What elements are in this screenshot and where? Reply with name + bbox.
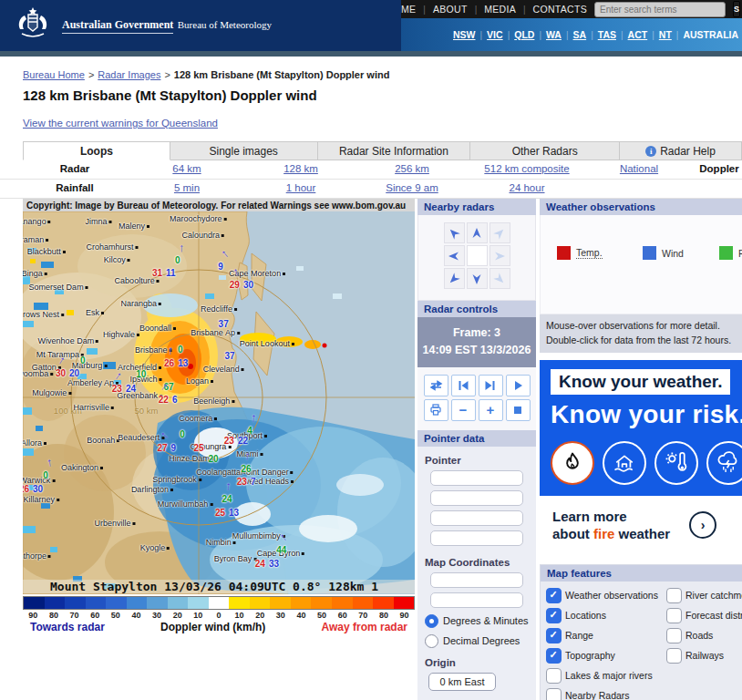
feature-checkbox-river-catchments[interactable]: River catchments xyxy=(666,588,742,603)
utility-link-contacts[interactable]: CONTACTS xyxy=(533,4,587,15)
checkbox-icon xyxy=(666,648,682,664)
rainfall-link-24-hour[interactable]: 24 hour xyxy=(509,182,544,193)
search-button[interactable]: S xyxy=(733,1,740,17)
place-label: Maroochydore xyxy=(170,214,227,223)
pointer-value-field[interactable] xyxy=(430,530,523,546)
legend-away-label: Away from radar xyxy=(322,621,407,633)
stop-button[interactable] xyxy=(506,399,531,421)
warnings-link[interactable]: View the current warnings for Queensland xyxy=(23,118,218,129)
radio-option-decimal-degrees[interactable]: Decimal Degrees xyxy=(425,634,529,648)
state-link-wa[interactable]: WA xyxy=(546,29,562,40)
pointer-value-field[interactable] xyxy=(430,510,523,526)
zoom-in-button[interactable]: + xyxy=(479,399,503,421)
utility-link-media[interactable]: MEDIA xyxy=(484,4,516,15)
rainfall-links-row: Rainfall5 min1 hourSince 9 am24 hour xyxy=(0,180,742,199)
coordinate-value-field[interactable] xyxy=(430,572,523,588)
tab-loops[interactable]: Loops xyxy=(23,141,170,160)
state-link-sa[interactable]: SA xyxy=(573,29,587,40)
step-forward-button[interactable] xyxy=(479,375,503,396)
state-separator: | xyxy=(539,30,541,40)
legend-color-cell xyxy=(147,597,168,609)
place-label: Harrisville xyxy=(74,403,115,412)
radar-link-256-km[interactable]: 256 km xyxy=(395,163,429,174)
feature-checkbox-locations[interactable]: Locations xyxy=(546,608,666,623)
coordinate-value-field[interactable] xyxy=(430,592,523,608)
breadcrumb-link-radar-images[interactable]: Radar Images xyxy=(98,69,160,80)
play-button[interactable] xyxy=(506,375,531,396)
tab-single-images[interactable]: Single images xyxy=(170,141,318,160)
state-link-australia[interactable]: AUSTRALIA xyxy=(683,29,738,40)
rainfall-link-since-9-am[interactable]: Since 9 am xyxy=(386,182,438,193)
nearby-radar-sw-button[interactable] xyxy=(444,268,465,289)
nearby-radar-ne-button xyxy=(490,222,510,243)
feature-checkbox-lakes-major-rivers[interactable]: Lakes & major rivers xyxy=(546,668,666,684)
place-label: Killarney xyxy=(23,495,59,504)
banner-cta: Learn more about fire weather › xyxy=(540,496,742,555)
step-back-button[interactable] xyxy=(451,375,476,396)
state-link-qld[interactable]: QLD xyxy=(514,29,534,40)
breadcrumb-link-home[interactable]: Bureau Home xyxy=(23,69,85,80)
wind-value: 7 xyxy=(251,477,256,487)
map-features-right-column: River catchmentsForecast districtsRoadsR… xyxy=(666,588,742,700)
rain-value: 10 xyxy=(136,369,146,379)
legend-color-cell xyxy=(168,597,189,609)
radar-link-national[interactable]: National xyxy=(620,163,658,174)
feature-checkbox-topography[interactable]: Topography xyxy=(546,648,666,664)
weather-observations-header: Weather observations xyxy=(540,199,742,215)
nearby-radar-s-button[interactable] xyxy=(467,268,488,289)
feature-checkbox-nearby-radars[interactable]: Nearby Radars xyxy=(546,688,666,700)
radar-map-image[interactable]: 100 km50 km NanangoJimnaMalenyMaroochydo… xyxy=(23,211,415,594)
nearby-radar-w-button[interactable] xyxy=(444,245,465,266)
state-link-act[interactable]: ACT xyxy=(628,29,648,40)
feature-checkbox-roads[interactable]: Roads xyxy=(666,628,742,643)
feature-checkbox-forecast-districts[interactable]: Forecast districts xyxy=(666,608,742,623)
tab-label: Loops xyxy=(80,145,113,158)
fire-weather-banner[interactable]: Know your weather. Know your risk. Learn… xyxy=(540,360,742,555)
wind-arrow-icon: ↑ xyxy=(225,479,232,492)
legend-tick: 10 xyxy=(229,611,250,620)
zoom-out-button[interactable]: − xyxy=(451,399,476,421)
rainfall-link-1-hour[interactable]: 1 hour xyxy=(286,182,316,193)
speed-button[interactable] xyxy=(424,375,448,396)
feature-label: River catchments xyxy=(685,590,742,601)
nearby-radar-nw-button[interactable] xyxy=(444,222,465,243)
place-label: Murwillumbah xyxy=(158,499,213,509)
radar-link-64-km[interactable]: 64 km xyxy=(172,163,201,174)
print-button[interactable] xyxy=(424,399,448,421)
feature-label: Locations xyxy=(565,610,606,621)
place-label: Darlington xyxy=(131,485,173,494)
banner-arrow-icon[interactable]: › xyxy=(689,511,716,539)
state-link-nt[interactable]: NT xyxy=(659,29,672,40)
nearby-radar-n-button[interactable] xyxy=(467,222,488,243)
tab-radar-help[interactable]: iRadar Help xyxy=(620,141,742,160)
radio-label: Decimal Degrees xyxy=(443,635,520,646)
tab-radar-site-information[interactable]: Radar Site Information xyxy=(318,141,471,160)
feature-checkbox-range[interactable]: Range xyxy=(546,628,666,643)
radar-link-128-km[interactable]: 128 km xyxy=(283,163,318,174)
playback-controls: −+ xyxy=(417,367,536,430)
search-input[interactable] xyxy=(594,2,726,17)
utility-link-about[interactable]: ABOUT xyxy=(433,4,468,15)
obs-legend-label[interactable]: Temp. xyxy=(576,247,603,259)
wind-value: 9 xyxy=(218,262,223,272)
state-link-vic[interactable]: VIC xyxy=(487,29,503,40)
legend-tick: 30 xyxy=(147,611,168,620)
place-label: Jimna xyxy=(85,217,111,226)
state-link-nsw[interactable]: NSW xyxy=(453,29,476,40)
tab-other-radars[interactable]: Other Radars xyxy=(470,141,620,160)
feature-checkbox-railways[interactable]: Railways xyxy=(666,648,742,664)
utility-link-home[interactable]: HOME xyxy=(401,4,416,15)
state-link-tas[interactable]: TAS xyxy=(598,29,616,40)
place-label: Somerset Dam xyxy=(29,283,88,292)
feature-checkbox-weather-observations[interactable]: Weather observations xyxy=(546,588,666,603)
legend-tick: 50 xyxy=(312,611,333,620)
radio-option-degrees-minutes[interactable]: Degrees & Minutes xyxy=(425,614,529,628)
obs-legend-rain: Rain xyxy=(719,246,742,260)
origin-value-field[interactable]: 0 km East xyxy=(428,673,496,691)
observation: ↑2930 xyxy=(230,279,253,289)
radar-link-512-km-composite[interactable]: 512 km composite xyxy=(484,163,569,174)
rainfall-link-5-min[interactable]: 5 min xyxy=(174,182,200,193)
arrow-nw-icon xyxy=(445,224,463,242)
pointer-value-field[interactable] xyxy=(430,470,523,486)
pointer-value-field[interactable] xyxy=(430,490,523,506)
